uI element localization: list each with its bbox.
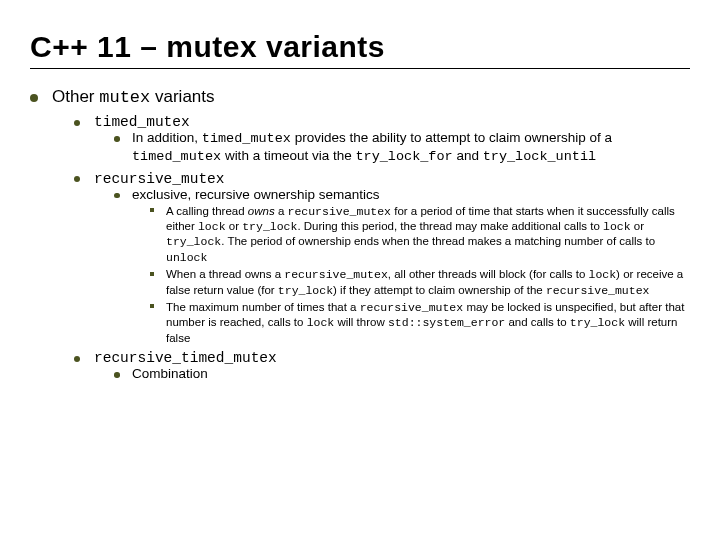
square-bullet-icon xyxy=(150,208,154,212)
sublist: timed_mutex In addition, timed_mutex pro… xyxy=(74,113,690,383)
code: recursive_mutex xyxy=(546,284,650,297)
code: lock xyxy=(198,220,226,233)
text: a xyxy=(275,205,288,217)
text: In addition, xyxy=(132,130,202,145)
text: provides the ability to attempt to claim… xyxy=(291,130,612,145)
title-rule xyxy=(30,68,690,69)
italic: owns xyxy=(248,205,275,217)
code: timed_mutex xyxy=(132,149,221,164)
text: will throw xyxy=(334,316,388,328)
sublist: A calling thread owns a recursive_mutex … xyxy=(150,204,690,345)
code: timed_mutex xyxy=(94,114,190,130)
code: recursive_timed_mutex xyxy=(94,350,277,366)
bullet-icon xyxy=(114,193,120,199)
code: try_lock xyxy=(166,235,221,248)
bullet-icon xyxy=(114,372,120,378)
bullet-icon xyxy=(114,136,120,142)
list-item: exclusive, recursive ownership semantics… xyxy=(114,187,690,345)
text: or xyxy=(631,220,644,232)
code: mutex xyxy=(99,88,150,107)
text: Other xyxy=(52,87,99,106)
text: Combination xyxy=(132,366,208,381)
code: try_lock xyxy=(242,220,297,233)
text: . The period of ownership ends when the … xyxy=(221,235,655,247)
code: recursive_mutex xyxy=(288,205,392,218)
sublist: In addition, timed_mutex provides the ab… xyxy=(114,130,690,166)
list-item: The maximum number of times that a recur… xyxy=(150,300,690,345)
text: When a thread owns a xyxy=(166,268,284,280)
list-item: In addition, timed_mutex provides the ab… xyxy=(114,130,690,166)
text: variants xyxy=(150,87,214,106)
code: lock xyxy=(589,268,617,281)
text: ) if they attempt to claim ownership of … xyxy=(333,284,546,296)
code: try_lock xyxy=(278,284,333,297)
bullet-icon xyxy=(74,176,80,182)
code: recursive_mutex xyxy=(284,268,388,281)
bullet-list: Other mutex variants timed_mutex In addi… xyxy=(30,87,690,383)
list-item: recursive_mutex exclusive, recursive own… xyxy=(74,170,690,345)
square-bullet-icon xyxy=(150,304,154,308)
slide-title: C++ 11 – mutex variants xyxy=(30,30,690,64)
square-bullet-icon xyxy=(150,272,154,276)
slide: C++ 11 – mutex variants Other mutex vari… xyxy=(0,0,720,540)
list-item: Combination xyxy=(114,366,690,383)
list-item: recursive_timed_mutex Combination xyxy=(74,349,690,383)
bullet-icon xyxy=(74,356,80,362)
code: lock xyxy=(307,316,335,329)
text: and xyxy=(453,148,483,163)
list-item: When a thread owns a recursive_mutex, al… xyxy=(150,267,690,298)
text: The maximum number of times that a xyxy=(166,301,360,313)
code: recursive_mutex xyxy=(360,301,464,314)
text: . During this period, the thread may mak… xyxy=(297,220,603,232)
text: with a timeout via the xyxy=(221,148,355,163)
list-item: Other mutex variants timed_mutex In addi… xyxy=(30,87,690,383)
text: or xyxy=(226,220,243,232)
code: try_lock_until xyxy=(483,149,596,164)
code: std::system_error xyxy=(388,316,505,329)
code: try_lock xyxy=(570,316,625,329)
text: , all other threads will block (for call… xyxy=(388,268,589,280)
code: try_lock_for xyxy=(355,149,452,164)
code: unlock xyxy=(166,251,207,264)
text: and calls to xyxy=(505,316,570,328)
text: A calling thread xyxy=(166,205,248,217)
sublist: Combination xyxy=(114,366,690,383)
sublist: exclusive, recursive ownership semantics… xyxy=(114,187,690,345)
list-item: A calling thread owns a recursive_mutex … xyxy=(150,204,690,266)
bullet-icon xyxy=(74,120,80,126)
code: lock xyxy=(603,220,631,233)
list-item: timed_mutex In addition, timed_mutex pro… xyxy=(74,113,690,166)
code: timed_mutex xyxy=(202,131,291,146)
text: exclusive, recursive ownership semantics xyxy=(132,187,380,202)
bullet-icon xyxy=(30,94,38,102)
code: recursive_mutex xyxy=(94,171,225,187)
